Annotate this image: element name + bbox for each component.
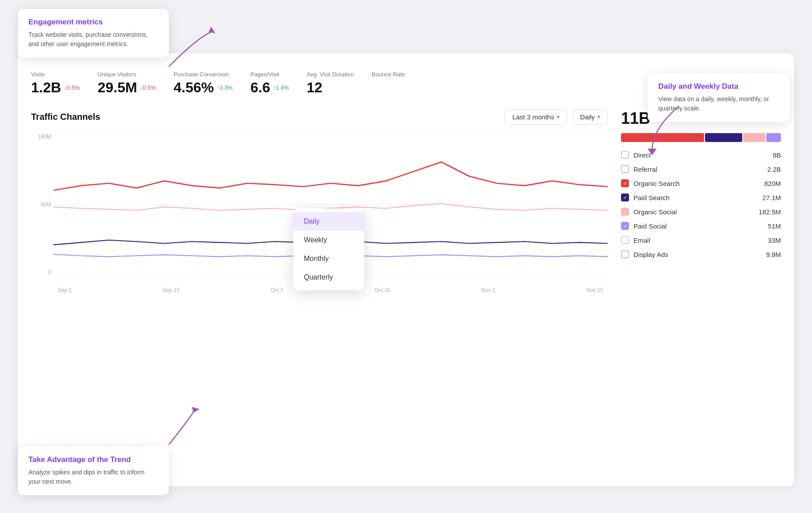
period-dropdown-menu: Daily Weekly Monthly Quarterly [293,209,364,290]
legend-label-paid-social: Paid Social [633,222,667,230]
stat-pages-value: 6.6 ↑1.4% [251,79,289,96]
legend-left-email: Email [621,236,650,244]
x-label-nov1: Nov 1 [482,287,495,293]
checkbox-email[interactable] [621,236,629,244]
stat-unique-change: ↓0.5% [140,84,156,91]
x-label-oct2: Oct 2 [271,287,283,293]
time-filter-dropdown[interactable]: Last 3 months ▾ [505,109,567,125]
svg-marker-1 [648,149,657,155]
tooltip-trend: Take Advantage of the Trend Analyze spik… [18,446,169,495]
tooltip-engagement: Engagement metrics Track website visits,… [18,9,169,58]
legend-item-display-ads: Display Ads 9.8M [621,250,781,258]
legend-value-paid-search: 27.1M [762,194,781,201]
legend-value-display-ads: 9.8M [766,251,781,258]
stat-pages-change: ↑1.4% [273,84,289,91]
dropdown-item-daily[interactable]: Daily [293,212,364,231]
stat-duration-value: 12 [306,79,354,96]
period-filter-label: Daily [580,113,595,121]
legend-value-referral: 2.2B [767,166,781,173]
stat-visits: Visits 1.2B ↓0.5% [31,71,80,96]
legend-item-organic-search: ✓ Organic Search 820M [621,179,781,187]
legend-left-paid-social: ✓ Paid Social [621,222,667,230]
legend-label-display-ads: Display Ads [633,251,668,258]
stat-unique-value: 29.5M ↓0.5% [98,79,156,96]
legend-label-email: Email [633,237,650,244]
y-label-90: 90M [31,201,51,208]
stat-duration: Avg. Visit Duration 12 [306,71,354,96]
stat-unique-label: Unique Visitors [98,71,156,78]
legend-left-referral: Referral [621,165,657,173]
legend-item-organic-social: ✓ Organic Social 182.5M [621,208,781,216]
legend-value-organic-search: 820M [764,180,781,187]
stat-conversion: Purchase Conversion 4.56% ↑3.3% [174,71,233,96]
legend-value-organic-social: 182.5M [759,208,781,216]
stat-unique: Unique Visitors 29.5M ↓0.5% [98,71,156,96]
checkbox-display-ads[interactable] [621,250,629,258]
tooltip-trend-title: Take Advantage of the Trend [28,455,158,464]
stat-bounce-value [372,79,405,96]
stat-pages-label: Pages/Visit [251,71,289,78]
legend-left-display-ads: Display Ads [621,250,668,258]
checkbox-organic-social[interactable]: ✓ [621,208,629,216]
y-axis-labels: 180M 90M 0 [31,134,51,276]
checkbox-direct[interactable] [621,151,629,159]
legend-item-email: Email 33M [621,236,781,244]
x-label-sep1: Sep 1 [58,287,72,293]
legend-label-organic-social: Organic Social [633,208,677,216]
legend-left-organic-social: ✓ Organic Social [621,208,677,216]
tooltip-daily-title: Daily and Weekly Data [658,82,779,91]
tooltip-engagement-body: Track website visits, purchase conversio… [28,30,158,49]
stat-visits-value: 1.2B ↓0.5% [31,79,80,96]
stat-pages: Pages/Visit 6.6 ↑1.4% [251,71,289,96]
legend-label-organic-search: Organic Search [633,180,680,187]
time-filter-label: Last 3 months [512,113,554,121]
stat-bounce-label: Bounce Rate [372,71,405,78]
chevron-down-icon-2: ▾ [597,114,600,120]
legend-item-paid-social: ✓ Paid Social 51M [621,222,781,230]
stat-visits-label: Visits [31,71,80,78]
arrow-engagement [164,27,218,73]
legend-item-paid-search: ✓ Paid Search 27.1M [621,193,781,201]
legend-item-referral: Referral 2.2B [621,165,781,173]
dropdown-item-quarterly[interactable]: Quarterly [293,268,364,287]
x-label-oct16: Oct 16 [374,287,390,293]
checkbox-referral[interactable] [621,165,629,173]
x-label-nov15: Nov 15 [586,287,603,293]
y-label-180: 180M [31,134,51,140]
chart-controls: Last 3 months ▾ Daily ▾ [505,109,608,125]
bar-seg-pink [743,133,765,142]
chart-title: Traffic Channels [31,112,100,122]
period-filter-dropdown[interactable]: Daily ▾ [573,109,608,125]
legend-value-direct: 8B [773,151,781,159]
svg-marker-5 [192,407,200,413]
legend-left-paid-search: ✓ Paid Search [621,193,670,201]
chevron-down-icon: ▾ [557,114,560,120]
legend-left-organic-search: ✓ Organic Search [621,179,680,187]
bar-seg-purple [766,133,781,142]
arrow-trend [160,405,204,451]
checkbox-paid-search[interactable]: ✓ [621,193,629,201]
arrow-daily [643,102,688,157]
legend-value-email: 33M [768,237,781,244]
y-label-0: 0 [31,269,51,276]
dropdown-item-monthly[interactable]: Monthly [293,249,364,268]
stat-visits-change: ↓0.5% [64,84,80,91]
bar-seg-dark [705,133,742,142]
x-label-sep15: Sep 15 [163,287,179,293]
checkbox-organic-search[interactable]: ✓ [621,179,629,187]
stat-conversion-value: 4.56% ↑3.3% [174,79,233,96]
legend-items: Direct 8B Referral 2.2B ✓ Organic Search [621,151,781,258]
stat-duration-label: Avg. Visit Duration [306,71,354,78]
checkbox-paid-social[interactable]: ✓ [621,222,629,230]
legend-label-referral: Referral [633,166,657,173]
stat-bounce: Bounce Rate [372,71,405,96]
dropdown-item-weekly[interactable]: Weekly [293,231,364,249]
legend-value-paid-social: 51M [768,222,781,230]
tooltip-trend-body: Analyze spikes and dips in traffic to in… [28,468,158,486]
tooltip-engagement-title: Engagement metrics [28,18,158,27]
legend-label-paid-search: Paid Search [633,194,670,201]
chart-header: Traffic Channels Last 3 months ▾ Daily ▾ [31,109,608,125]
stat-conversion-change: ↑3.3% [217,84,233,91]
